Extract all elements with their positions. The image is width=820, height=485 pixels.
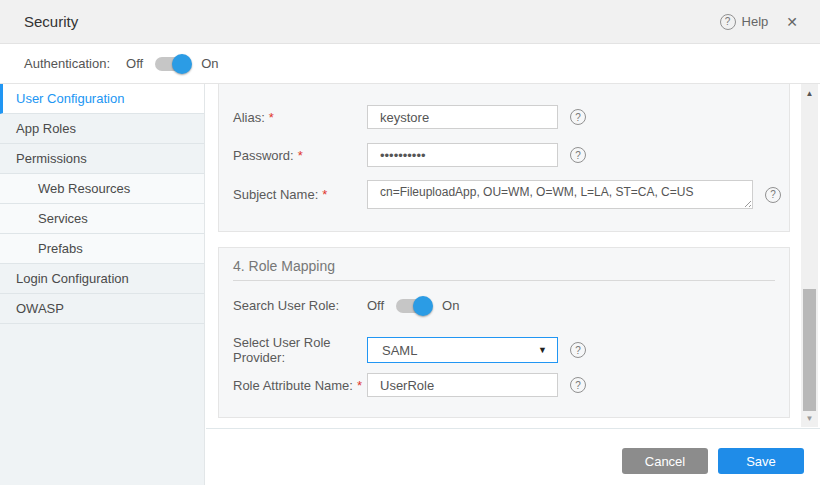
toggle-knob <box>172 54 192 74</box>
sidebar-item-services[interactable]: Services <box>0 204 204 234</box>
authentication-label: Authentication: <box>24 56 110 71</box>
role-attribute-row: Role Attribute Name:* ? <box>233 373 775 397</box>
alias-row: Alias:* ? <box>233 105 775 129</box>
help-icon[interactable]: ? <box>570 109 586 125</box>
required-marker: * <box>322 187 327 202</box>
alias-label: Alias:* <box>233 110 367 125</box>
sidebar-item-permissions[interactable]: Permissions <box>0 144 204 174</box>
scroll-down-icon[interactable]: ▼ <box>801 411 818 425</box>
search-role-on-label: On <box>442 298 459 313</box>
selected-provider-value: SAML <box>382 343 417 358</box>
user-role-provider-select[interactable]: SAML ▼ <box>367 337 558 363</box>
authentication-toggle[interactable] <box>155 57 189 71</box>
sidebar-item-prefabs[interactable]: Prefabs <box>0 234 204 264</box>
search-role-off-label: Off <box>367 298 384 313</box>
content-panel: Alias:* ? Password:* ? Subject Name:* cn… <box>206 84 801 428</box>
sidebar: User Configuration App Roles Permissions… <box>0 84 205 485</box>
certificate-section: Alias:* ? Password:* ? Subject Name:* cn… <box>218 84 790 232</box>
scrollbar-thumb[interactable] <box>803 289 816 411</box>
section-title: 4. Role Mapping <box>233 258 335 274</box>
subject-name-textarea[interactable]: cn=FileuploadApp, OU=WM, O=WM, L=LA, ST=… <box>367 180 753 209</box>
required-marker: * <box>357 378 362 393</box>
footer-actions: Cancel Save <box>206 428 820 485</box>
close-icon[interactable]: ✕ <box>782 12 802 32</box>
subject-name-label: Subject Name:* <box>233 187 367 202</box>
search-user-role-label: Search User Role: <box>233 298 367 313</box>
required-marker: * <box>269 110 274 125</box>
sidebar-item-login-configuration[interactable]: Login Configuration <box>0 264 204 294</box>
subject-name-row: Subject Name:* cn=FileuploadApp, OU=WM, … <box>233 180 775 209</box>
sidebar-item-label: Web Resources <box>38 181 130 196</box>
help-icon[interactable]: ? <box>570 342 586 358</box>
provider-label: Select User Role Provider: <box>233 335 367 365</box>
role-mapping-section: 4. Role Mapping Search User Role: Off On… <box>218 247 790 418</box>
help-icon[interactable]: ? <box>570 377 586 393</box>
sidebar-item-label: Prefabs <box>38 241 83 256</box>
sidebar-item-label: App Roles <box>16 121 76 136</box>
help-label: Help <box>742 14 769 29</box>
search-user-role-row: Search User Role: Off On <box>233 298 775 313</box>
header-actions: ? Help ✕ <box>720 12 802 32</box>
help-icon: ? <box>720 14 736 30</box>
sidebar-item-app-roles[interactable]: App Roles <box>0 114 204 144</box>
sidebar-item-label: Permissions <box>16 151 87 166</box>
alias-input[interactable] <box>367 105 558 129</box>
security-dialog: Security ? Help ✕ Authentication: Off On… <box>0 0 820 485</box>
vertical-scrollbar[interactable]: ▲ ▼ <box>801 84 818 427</box>
help-button[interactable]: ? Help <box>720 14 769 30</box>
authentication-on-label: On <box>201 56 218 71</box>
toggle-knob <box>413 296 433 316</box>
authentication-bar: Authentication: Off On <box>0 44 820 84</box>
sidebar-item-label: OWASP <box>16 301 64 316</box>
help-icon[interactable]: ? <box>765 187 781 203</box>
role-attribute-input[interactable] <box>367 373 558 397</box>
sidebar-item-owasp[interactable]: OWASP <box>0 294 204 324</box>
password-label: Password:* <box>233 148 367 163</box>
password-row: Password:* ? <box>233 143 775 167</box>
authentication-off-label: Off <box>126 56 143 71</box>
sidebar-item-web-resources[interactable]: Web Resources <box>0 174 204 204</box>
sidebar-item-user-configuration[interactable]: User Configuration <box>0 84 204 114</box>
provider-row: Select User Role Provider: SAML ▼ ? <box>233 335 775 365</box>
password-input[interactable] <box>367 143 558 167</box>
save-button[interactable]: Save <box>718 448 804 474</box>
dropdown-arrow-icon: ▼ <box>538 345 547 355</box>
role-attribute-label: Role Attribute Name:* <box>233 378 367 393</box>
sidebar-item-label: User Configuration <box>16 91 124 106</box>
sidebar-item-label: Services <box>38 211 88 226</box>
page-title: Security <box>24 13 78 30</box>
scroll-up-icon[interactable]: ▲ <box>801 86 818 100</box>
section-divider <box>233 280 775 281</box>
window-header: Security ? Help ✕ <box>0 0 820 44</box>
help-icon[interactable]: ? <box>570 147 586 163</box>
subject-name-wrap: cn=FileuploadApp, OU=WM, O=WM, L=LA, ST=… <box>367 180 753 209</box>
cancel-button[interactable]: Cancel <box>622 448 708 474</box>
search-user-role-toggle[interactable] <box>396 299 430 313</box>
required-marker: * <box>298 148 303 163</box>
sidebar-item-label: Login Configuration <box>16 271 129 286</box>
